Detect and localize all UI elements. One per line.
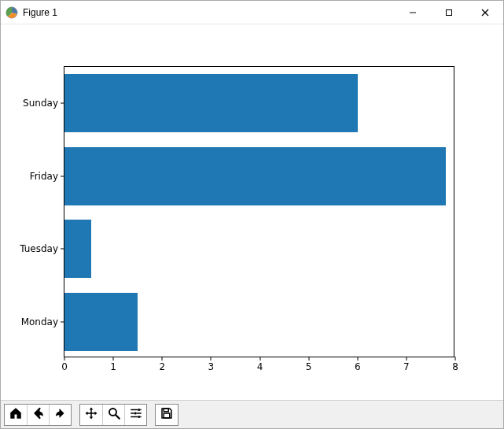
toolbar-group xyxy=(4,404,72,426)
save-button[interactable] xyxy=(156,405,178,425)
ytick-mark xyxy=(61,176,64,176)
figure-canvas[interactable]: MondayTuesdayFridaySunday012345678 xyxy=(1,24,503,400)
svg-rect-2 xyxy=(447,9,452,15)
toolbar-group xyxy=(79,404,147,426)
home-button[interactable] xyxy=(5,405,27,425)
toolbar-group xyxy=(155,404,178,426)
floppy-icon xyxy=(160,406,174,423)
xtick-label: 6 xyxy=(355,357,361,372)
svg-line-6 xyxy=(116,415,120,419)
xtick-label: 2 xyxy=(159,357,165,372)
ytick-label: Friday xyxy=(30,171,64,182)
xtick-label: 0 xyxy=(61,357,68,372)
xtick-label: 1 xyxy=(110,357,116,372)
zoom-button[interactable] xyxy=(102,405,124,425)
minimize-button[interactable] xyxy=(395,1,431,24)
xtick-label: 5 xyxy=(306,357,312,372)
svg-point-10 xyxy=(134,412,136,415)
svg-rect-16 xyxy=(164,409,168,412)
ytick-label: Monday xyxy=(21,316,64,327)
window-title: Figure 1 xyxy=(23,7,57,18)
chart-axes: MondayTuesdayFridaySunday012345678 xyxy=(64,66,454,357)
move-icon xyxy=(84,406,98,423)
sliders-icon xyxy=(129,406,143,423)
svg-point-8 xyxy=(138,409,140,411)
ytick-mark xyxy=(61,103,64,104)
pan-button[interactable] xyxy=(80,405,102,425)
bar-sunday xyxy=(64,74,358,132)
xtick-label: 3 xyxy=(208,357,215,372)
arrow-left-icon xyxy=(31,406,46,423)
ytick-mark xyxy=(61,321,64,322)
close-button[interactable] xyxy=(467,1,503,24)
maximize-button[interactable] xyxy=(431,1,467,24)
xtick-label: 7 xyxy=(403,357,410,372)
bar-tuesday xyxy=(64,220,91,278)
configure-subplots-button[interactable] xyxy=(124,405,146,425)
svg-rect-17 xyxy=(164,413,170,418)
matplotlib-icon xyxy=(6,6,18,19)
nav-toolbar xyxy=(1,400,503,428)
home-icon xyxy=(9,406,23,423)
figure-window: Figure 1 MondayTuesdayFridaySunday012345… xyxy=(0,0,504,429)
back-button[interactable] xyxy=(27,405,49,425)
ytick-label: Sunday xyxy=(23,98,64,109)
ytick-mark xyxy=(61,249,64,250)
forward-button[interactable] xyxy=(49,405,71,425)
xtick-label: 4 xyxy=(257,357,263,372)
xtick-label: 8 xyxy=(452,357,458,372)
magnifier-icon xyxy=(107,406,121,423)
ytick-label: Tuesday xyxy=(20,243,64,254)
svg-point-13 xyxy=(138,416,140,418)
bar-friday xyxy=(64,147,446,205)
arrow-right-icon xyxy=(53,406,68,423)
bar-monday xyxy=(64,293,138,351)
titlebar: Figure 1 xyxy=(1,1,503,24)
